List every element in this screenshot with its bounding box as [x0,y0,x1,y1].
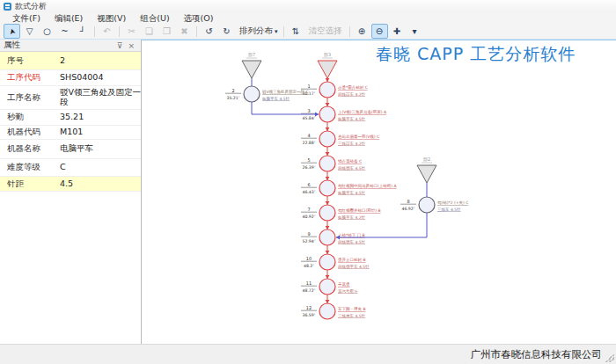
undo-icon: ↶ [103,26,110,36]
node-machine-label: 电脑平车 4.5针 [338,116,366,121]
clear-selection-button[interactable]: 清空选择 [305,24,346,39]
cut-icon: ✂ [128,26,135,36]
zoom-out-button[interactable]: ⊖ [371,24,388,39]
select-cursor-button[interactable]: ➤ [4,24,20,39]
property-row-3[interactable]: 工序名称驳V领三角处及固定一段 [0,86,141,110]
property-row-2[interactable]: 工序代码SHS04004 [0,70,141,86]
property-label: 工序名称 [0,92,56,104]
property-value[interactable]: 4.5 [56,179,73,189]
resize-grip-icon[interactable] [605,353,614,362]
app-icon [4,3,11,11]
draw-ellipse-button[interactable]: ○ [39,24,55,39]
property-row-7[interactable]: 难度等级C [0,159,141,177]
menu-item-5[interactable]: 选项(O) [177,12,221,24]
pin-icon[interactable]: ⊽ [114,41,126,50]
draw-triangle-button[interactable]: ▽ [21,24,38,39]
property-value[interactable]: M101 [56,127,83,137]
zoom-in-button[interactable]: ⊕ [354,24,370,39]
paste-icon: ❐ [163,26,171,36]
property-row-6[interactable]: 机器名称电脑平车 [0,140,141,159]
property-value[interactable]: C [56,163,66,172]
property-value[interactable]: 2 [56,56,65,66]
draw-corner-button[interactable]: ┘ [74,24,91,39]
process-node[interactable] [319,254,335,270]
property-row-8[interactable]: 针距4.5 [0,177,141,192]
align-button[interactable]: ⇅ [288,24,304,39]
node-seq-number: 4 [307,133,310,138]
property-row-5[interactable]: 机器代码M101 [0,126,141,140]
cursor-icon: ➤ [7,27,18,36]
part-entry-triangle-icon[interactable] [242,61,261,78]
menu-item-3[interactable]: 视图(V) [90,12,133,24]
process-node[interactable] [419,197,435,213]
node-time-value: 52.94″ [303,239,316,244]
process-node[interactable] [319,131,335,147]
node-name-label: 车下脚 - 埋夹 B [338,306,366,311]
process-node[interactable] [319,229,335,245]
node-seq-number: 2 [231,88,234,93]
window-title: 款式分析 [15,1,47,12]
clear-selection-button-label: 清空选择 [307,25,344,37]
node-name-label: 勾红领脚中间法及袖口(上袖司) A [337,183,397,189]
property-value[interactable]: 35.21 [56,113,84,122]
property-value[interactable]: SHS04004 [56,73,103,83]
process-node[interactable] [244,86,260,102]
property-value[interactable]: 电脑平车 [56,144,93,154]
copy-icon: ❏ [145,26,153,36]
part-entry-triangle-icon[interactable] [318,61,337,78]
properties-panel-title: 属性 [4,40,20,51]
part-entry-triangle-icon[interactable] [417,165,436,183]
process-node[interactable] [319,156,335,171]
node-machine-label: 四线锁平车 4.5针 [338,264,370,269]
toolbar-separator [349,26,350,37]
undo-button[interactable]: ↶ [99,24,115,39]
property-value[interactable]: 驳V领三角处及固定一段 [56,88,141,107]
process-node[interactable] [319,106,335,122]
rotate-left-button[interactable]: ↺ [201,24,217,39]
node-time-value: 36.59″ [303,313,316,317]
corner-icon: ┘ [79,26,84,36]
toolbar-separator [283,26,284,37]
pan-icon: ✚ [393,26,400,36]
process-node[interactable] [319,180,335,196]
process-node[interactable] [319,82,335,98]
node-time-value: 48.2″ [304,264,314,268]
arrowhead-icon [326,177,330,180]
copy-button[interactable]: ❏ [141,24,158,39]
pan-button[interactable]: ✚ [389,24,406,39]
node-name-label: 干蒸烫 [338,281,350,288]
properties-rows: 序号2工序代码SHS04004工序名称驳V领三角处及固定一段秒勤35.21机器代… [0,52,141,192]
node-machine-label: 四线锁车 4.5针 [338,239,366,244]
process-node[interactable] [319,279,335,295]
node-time-value: 26.39″ [303,165,316,170]
arrowhead-icon [326,275,330,279]
node-name-label: 勾红领圈并袖口(双针) B [337,207,381,213]
arrowhead-icon [326,226,330,229]
align-icon: ⇅ [292,26,299,36]
node-machine-label: 电脑平车 4.5针 [338,190,366,195]
arrowhead-icon [326,127,330,131]
close-icon[interactable]: × [125,41,137,50]
cut-button[interactable]: ✂ [123,24,140,39]
process-node[interactable] [319,205,335,221]
paste-button[interactable]: ❐ [158,24,175,39]
overflow-button[interactable]: ▾ [407,24,423,39]
menu-item-2[interactable]: 编辑(E) [48,12,90,24]
menu-item-4[interactable]: 组合(U) [133,12,176,24]
node-time-value: 46.43″ [303,190,316,194]
node-seq-number: 10 [306,256,312,261]
node-machine-label: 蒸汽气熨斗 [338,288,358,295]
property-label: 工序代码 [0,72,56,84]
node-name-label: 上(V领)三角及拉条(双宽) A [338,109,387,115]
draw-curve-button[interactable]: ~ [56,24,73,39]
menu-item-1[interactable]: 文件(F) [5,12,48,24]
diagram-canvas[interactable]: 春晓 CAPP 工艺分析软件 部3130.17″小烫*圆介粘衬 C四线冚车 4.… [142,40,616,345]
process-node[interactable] [319,303,335,319]
property-row-4[interactable]: 秒勤35.21 [0,110,141,126]
delete-button[interactable]: ✖ [176,24,193,39]
triangle-icon: ▽ [26,26,33,36]
arrange-button[interactable]: 排列分布▾ [236,24,280,39]
node-seq-number: 9 [307,231,310,237]
property-row-1[interactable]: 序号2 [0,52,141,70]
rotate-right-button[interactable]: ↻ [218,24,235,39]
